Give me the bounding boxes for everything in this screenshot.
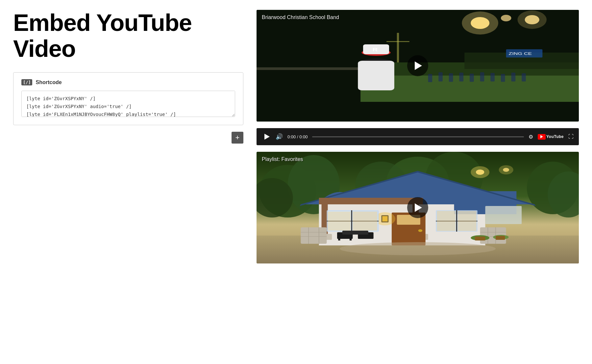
yt-play-icon	[540, 135, 543, 138]
svg-rect-24	[522, 73, 526, 81]
audio-play-icon	[264, 134, 270, 140]
svg-rect-19	[470, 74, 474, 82]
shortcode-label: Shortcode	[36, 80, 62, 85]
svg-rect-22	[501, 74, 505, 82]
svg-rect-16	[438, 72, 443, 81]
yt-logo-red	[538, 134, 546, 140]
play-icon-3	[415, 203, 422, 212]
fullscreen-button[interactable]: ⛶	[568, 134, 574, 140]
svg-rect-18	[459, 73, 463, 81]
page-title: Embed YouTube Video	[13, 10, 243, 62]
video1-container: Briarwood Christian School Band	[257, 10, 579, 122]
svg-rect-17	[449, 73, 453, 82]
svg-rect-77	[485, 206, 522, 224]
svg-rect-23	[511, 73, 516, 81]
page-layout: Embed YouTube Video [/] Shortcode + Bria…	[0, 0, 592, 273]
svg-rect-70	[353, 212, 377, 231]
svg-rect-82	[350, 238, 352, 240]
svg-rect-74	[437, 211, 456, 231]
yt-text: YouTube	[546, 134, 564, 139]
svg-rect-13	[358, 61, 394, 90]
video3-thumbnail: Playlist: Favorites	[257, 152, 579, 263]
audio-time: 0:00 / 0:00	[287, 134, 308, 139]
svg-rect-27	[397, 33, 399, 62]
add-button-row: +	[13, 132, 243, 144]
svg-text:ZING CE: ZING CE	[509, 52, 532, 56]
svg-point-91	[499, 165, 513, 174]
svg-rect-69	[328, 212, 351, 231]
shortcode-textarea[interactable]	[21, 91, 235, 117]
shortcode-header: [/] Shortcode	[21, 79, 235, 85]
svg-rect-48	[301, 227, 327, 244]
audio-bar: 🔊 0:00 / 0:00 ⚙ YouTube ⛶	[257, 128, 579, 145]
svg-rect-75	[458, 211, 477, 231]
svg-rect-15	[428, 74, 432, 82]
svg-rect-28	[386, 41, 409, 42]
video1-play-button[interactable]	[407, 55, 428, 76]
svg-rect-20	[480, 72, 484, 81]
video3-container: Playlist: Favorites	[257, 152, 579, 263]
svg-rect-80	[342, 231, 368, 235]
audio-settings-button[interactable]: ⚙	[529, 134, 533, 140]
youtube-logo: YouTube	[538, 134, 564, 140]
svg-rect-21	[490, 73, 495, 81]
shortcode-block: [/] Shortcode	[13, 72, 243, 125]
svg-point-4	[517, 11, 547, 29]
audio-progress-bar[interactable]	[312, 136, 524, 137]
svg-point-2	[462, 11, 498, 34]
right-panel: Briarwood Christian School Band	[257, 10, 579, 263]
video1-thumbnail: Briarwood Christian School Band	[257, 10, 579, 122]
play-icon	[415, 61, 422, 70]
audio-play-button[interactable]	[262, 132, 271, 141]
svg-point-89	[471, 166, 489, 178]
svg-rect-43	[319, 198, 423, 204]
svg-rect-84	[475, 237, 485, 240]
svg-text:R: R	[372, 47, 378, 52]
svg-point-60	[418, 229, 423, 232]
svg-point-87	[340, 242, 496, 255]
video3-play-button[interactable]	[407, 197, 428, 218]
add-block-button[interactable]: +	[232, 132, 243, 144]
shortcode-icon: [/]	[21, 79, 32, 85]
svg-point-5	[501, 15, 511, 21]
svg-rect-81	[338, 238, 340, 240]
video3-label: Playlist: Favorites	[262, 156, 303, 162]
left-panel: Embed YouTube Video [/] Shortcode +	[13, 10, 243, 144]
audio-volume-button[interactable]: 🔊	[276, 133, 283, 140]
svg-rect-86	[496, 236, 505, 240]
video1-label: Briarwood Christian School Band	[262, 14, 339, 20]
